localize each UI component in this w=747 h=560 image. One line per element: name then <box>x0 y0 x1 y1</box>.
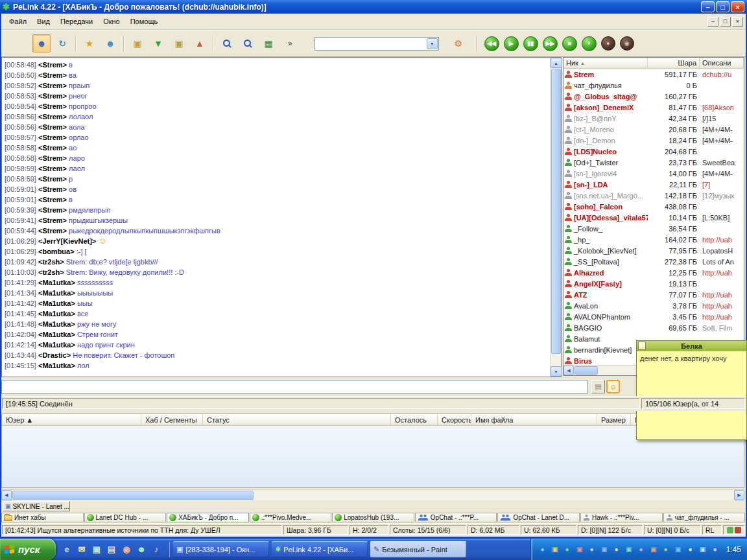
hub-tab-1[interactable]: Инет хабы <box>1 513 84 522</box>
hub-tab-7[interactable]: OpChat - Lanet D... <box>497 513 580 522</box>
minimize-button[interactable]: – <box>701 1 715 12</box>
hub-tab-5[interactable]: LopatosHub (193... <box>332 513 414 522</box>
public-hubs-button[interactable]: ▣ <box>128 34 147 52</box>
tray-icon-4[interactable]: ▣ <box>575 544 585 555</box>
menu-item-5[interactable]: Помощь <box>125 16 163 27</box>
user-row[interactable]: [UA][Odessa]_vitala5710,14 ГБ[L:50KB] <box>563 212 744 223</box>
userlist-column-header-3[interactable]: Описани <box>700 58 744 68</box>
tray-icon-14[interactable]: ▣ <box>698 544 708 555</box>
hub-tab-8[interactable]: Hawk - .:***Piv... <box>580 513 663 522</box>
taskbar-task-2[interactable]: ✱PeLink 4.22 - [ХАБи... <box>272 541 368 557</box>
menu-item-2[interactable]: Вид <box>32 16 55 27</box>
tray-icon-10[interactable]: ▣ <box>648 544 659 555</box>
taskbar-task-3[interactable]: ✎Безымянный - Paint <box>370 541 466 557</box>
tray-icon-11[interactable]: ● <box>661 544 671 555</box>
reconnect-button[interactable]: ↻ <box>53 34 71 52</box>
user-row[interactable]: [sn-]_LDA22,11 ГБ[7] <box>563 179 744 190</box>
user-row[interactable]: чат_флудилья0 Б <box>563 80 744 91</box>
close-button[interactable]: × <box>731 1 744 12</box>
user-row[interactable]: AngelX[Fasty]19,13 ГБ <box>563 278 744 289</box>
tray-icon-1[interactable]: ● <box>538 544 548 555</box>
mdi-close-button[interactable]: × <box>732 17 743 27</box>
transfers-column-header-6[interactable]: Имя файла <box>471 414 597 425</box>
media-playlist-button[interactable]: + <box>582 36 597 51</box>
hub-tab-3[interactable]: ХАБикЪ - Добро п... <box>167 513 249 522</box>
media-play-button[interactable]: ▶ <box>504 36 519 51</box>
hub-tab-6[interactable]: OpChat - .:***P... <box>415 513 497 522</box>
transfers-column-header-3[interactable]: Статус <box>203 414 391 425</box>
transfers-column-header-4[interactable]: Осталось <box>391 414 438 425</box>
finished-downloads-button[interactable]: ▣ <box>170 34 188 52</box>
restore-button[interactable]: □ <box>716 1 729 12</box>
user-row[interactable]: _Follow_36,54 ГБ <box>563 223 744 234</box>
tray-icon-5[interactable]: ● <box>587 544 597 555</box>
scroll-left-icon[interactable]: ◀ <box>563 366 574 375</box>
hub-tab-9[interactable]: чат_флудилья - ... <box>663 513 746 522</box>
media-pause-button[interactable]: ▮▮ <box>523 36 538 51</box>
user-row[interactable]: AVALONPhantom3,45 ГБhttp://uah <box>563 311 744 322</box>
favorite-users-button[interactable]: ☻ <box>101 34 119 52</box>
quicklaunch-winamp[interactable]: ♪ <box>150 543 163 556</box>
scroll-right-icon[interactable]: ▶ <box>734 490 744 500</box>
quicklaunch-folder[interactable]: ▤ <box>105 543 118 556</box>
settings-button[interactable]: ⚙ <box>449 34 468 52</box>
tray-icon-9[interactable]: ● <box>636 544 646 555</box>
user-row[interactable]: [akson]_DenemiX81,47 ГБ[68]Akson <box>563 102 744 113</box>
sticky-note-text[interactable]: денег нет, а квартиру хочу <box>637 351 746 366</box>
quicklaunch-show-desktop[interactable]: ▣ <box>90 543 103 556</box>
userlist-column-header-1[interactable]: Ник▲ <box>563 58 648 68</box>
transfers-list[interactable] <box>2 426 744 487</box>
menu-item-1[interactable]: Файл <box>4 16 32 27</box>
userlist-column-header-2[interactable]: Шара <box>648 58 700 68</box>
title-bar[interactable]: ✱ PeLink 4.22 - [ХАБикЪ - Добро пожалова… <box>0 0 747 14</box>
user-row[interactable]: @_Globus_sitag@160,27 ГБ <box>563 91 744 102</box>
transfers-column-header-7[interactable]: Размер <box>597 414 631 425</box>
sticky-note-header[interactable]: Белка <box>637 341 746 351</box>
user-row[interactable]: [dn-]_Demon18,24 ГБ[4M+/4M- <box>563 135 744 146</box>
quicklaunch-internet-explorer[interactable]: e <box>60 543 73 556</box>
quicklaunch-mail[interactable]: ✉ <box>75 543 88 556</box>
user-row[interactable]: _hp_164,02 ГБhttp://uah <box>563 234 744 245</box>
tray-icon-2[interactable]: ▣ <box>550 544 560 555</box>
tray-icon-6[interactable]: ▣ <box>599 544 610 555</box>
taskbar-task-1[interactable]: ▣[283-338-194] - Окн... <box>173 541 269 557</box>
transfers-column-header-2[interactable]: Хаб / Сегменты <box>141 414 203 425</box>
tray-icon-12[interactable]: ▣ <box>673 544 683 555</box>
quicklaunch-media-player[interactable]: ◉ <box>120 543 133 556</box>
media-record-button[interactable]: ● <box>601 36 615 51</box>
media-next-button[interactable]: ▶▶ <box>543 36 558 51</box>
transfers-column-header-1[interactable]: Юзер▲ <box>2 414 141 425</box>
main-scrollbar-thumb[interactable] <box>12 491 254 500</box>
media-stop-button[interactable]: ■ <box>562 36 577 51</box>
user-row[interactable]: Alhazred12,25 ГБhttp://uah <box>563 267 744 278</box>
user-row[interactable]: [sns.net.ua-]_Margo...142,18 ГБ[12]музык <box>563 190 744 201</box>
mdi-minimize-button[interactable]: – <box>707 17 718 27</box>
user-row[interactable]: _SS_[Poltava]272,38 ГБLots of An <box>563 256 744 267</box>
toolbar-combobox[interactable]: ▼ <box>314 37 439 51</box>
scroll-up-icon[interactable]: ▲ <box>551 58 562 68</box>
hub-tab-2[interactable]: Lanet DC Hub - ... <box>84 513 167 522</box>
download-queue-button[interactable]: ▼ <box>149 34 167 52</box>
user-row[interactable]: AvaLon3,78 ГБhttp://uah <box>563 300 744 311</box>
media-prev-button[interactable]: ◀◀ <box>484 36 499 51</box>
user-row[interactable]: [soho]_Falcon438,08 ГБ <box>563 201 744 212</box>
chat-vertical-scrollbar[interactable]: ▲ ▼ <box>550 58 561 377</box>
user-row[interactable]: [LDS]Nucleo204,68 ГБ <box>563 146 744 157</box>
chat-scrollbar-thumb[interactable] <box>551 69 561 354</box>
tray-icon-15[interactable]: ● <box>710 544 720 555</box>
sticky-note[interactable]: Белка денег нет, а квартиру хочу <box>636 340 747 440</box>
main-horizontal-scrollbar[interactable]: ◀ ▶ <box>1 489 744 500</box>
user-row[interactable]: Strem591,17 ГБdchub://u <box>563 69 744 80</box>
tray-icon-8[interactable]: ▣ <box>624 544 634 555</box>
search-spy-button[interactable] <box>239 34 257 52</box>
user-row[interactable]: BAGGIO69,65 ГБSoft, Film <box>563 322 744 333</box>
scroll-down-icon[interactable]: ▼ <box>551 366 562 377</box>
chat-input[interactable] <box>1 380 587 394</box>
user-row[interactable]: [sn-]_igorevi414,00 ГБ[4M+/4M- <box>563 168 744 179</box>
adl-search-button[interactable]: ▦ <box>259 34 278 52</box>
favorite-hubs-button[interactable]: ★ <box>80 34 99 52</box>
mdi-restore-button[interactable]: □ <box>720 17 731 27</box>
skyline-window-tab[interactable]: ▣ SKYLINE - Lanet ... <box>3 501 70 511</box>
toolbar-overflow-chevron[interactable]: » <box>288 39 292 48</box>
media-volume-button[interactable]: ◉ <box>620 36 634 51</box>
